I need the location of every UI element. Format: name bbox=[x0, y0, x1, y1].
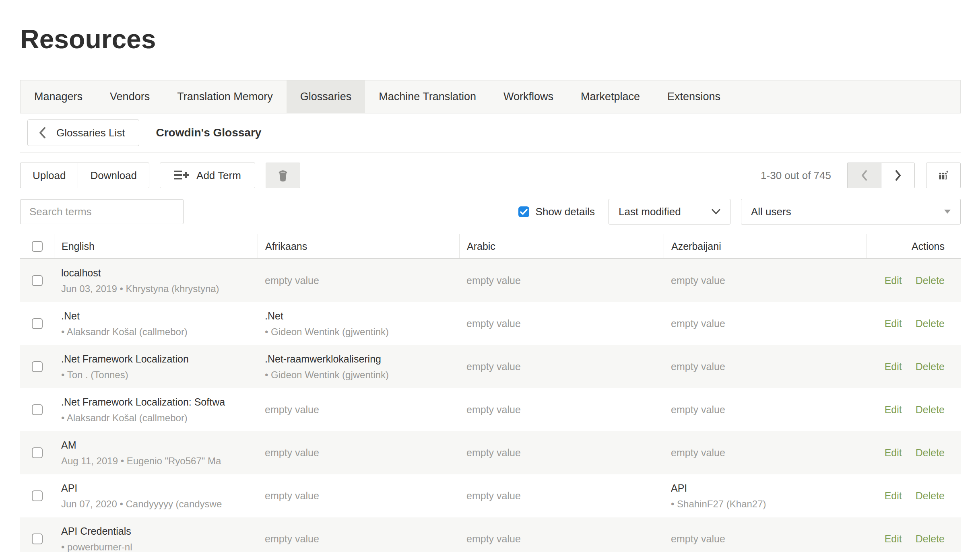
glossaries-list-button[interactable]: Glossaries List bbox=[27, 119, 139, 146]
term-detail: • Alaksandr Košal (callmebor) bbox=[61, 326, 254, 338]
empty-value-label: empty value bbox=[671, 361, 862, 373]
term-detail: Jun 03, 2019 • Khrystyna (khrystyna) bbox=[61, 283, 254, 295]
row-checkbox[interactable] bbox=[32, 318, 43, 329]
term-detail: Aug 11, 2019 • Eugenio "Ryo567" Ma bbox=[61, 455, 254, 467]
edit-link[interactable]: Edit bbox=[885, 404, 902, 416]
actions-cell: EditDelete bbox=[867, 302, 961, 345]
afrikaans-cell: empty value bbox=[258, 388, 459, 431]
delete-link[interactable]: Delete bbox=[916, 275, 945, 286]
tab-glossaries[interactable]: Glossaries bbox=[287, 80, 365, 113]
edit-link[interactable]: Edit bbox=[885, 275, 902, 286]
empty-value-label: empty value bbox=[671, 404, 862, 416]
row-checkbox[interactable] bbox=[32, 404, 43, 415]
header-select-cell bbox=[20, 234, 54, 258]
edit-link[interactable]: Edit bbox=[885, 447, 902, 459]
row-checkbox[interactable] bbox=[32, 361, 43, 372]
tab-workflows[interactable]: Workflows bbox=[490, 80, 567, 113]
delete-link[interactable]: Delete bbox=[916, 361, 945, 373]
tab-vendors[interactable]: Vendors bbox=[96, 80, 163, 113]
afrikaans-cell: empty value bbox=[258, 259, 459, 302]
delete-link[interactable]: Delete bbox=[916, 533, 945, 545]
term-text: .Net bbox=[265, 310, 455, 322]
term-text: .Net bbox=[61, 310, 254, 322]
term-text: localhost bbox=[61, 267, 254, 279]
row-checkbox[interactable] bbox=[32, 275, 43, 286]
english-cell: AMAug 11, 2019 • Eugenio "Ryo567" Ma bbox=[54, 431, 258, 474]
tab-marketplace[interactable]: Marketplace bbox=[567, 80, 654, 113]
row-checkbox[interactable] bbox=[32, 447, 43, 458]
term-text: .Net Framework Localization bbox=[61, 353, 254, 365]
columns-settings-button[interactable] bbox=[926, 163, 961, 188]
azerbaijani-cell: empty value bbox=[664, 388, 867, 431]
glossary-title: Crowdin's Glossary bbox=[156, 126, 262, 139]
empty-value-label: empty value bbox=[466, 404, 660, 416]
glossary-table: EnglishAfrikaansArabicAzerbaijaniActions… bbox=[20, 234, 961, 552]
azerbaijani-cell: empty value bbox=[664, 259, 867, 302]
show-details-label: Show details bbox=[536, 206, 595, 218]
delete-link[interactable]: Delete bbox=[916, 318, 945, 330]
delete-link[interactable]: Delete bbox=[916, 447, 945, 459]
add-term-button[interactable]: Add Term bbox=[160, 163, 255, 188]
english-cell: .Net Framework Localization: Softwa• Ala… bbox=[54, 388, 258, 431]
upload-label: Upload bbox=[33, 169, 66, 182]
afrikaans-cell: .Net• Gideon Wentink (gjwentink) bbox=[258, 302, 459, 345]
table-row: .Net Framework Localization: Softwa• Ala… bbox=[20, 388, 961, 431]
english-cell: .Net Framework Localization• Ton . (Tonn… bbox=[54, 345, 258, 388]
add-term-label: Add Term bbox=[196, 169, 241, 182]
empty-value-label: empty value bbox=[466, 447, 660, 459]
edit-link[interactable]: Edit bbox=[885, 318, 902, 330]
row-checkbox[interactable] bbox=[32, 490, 43, 501]
edit-link[interactable]: Edit bbox=[885, 533, 902, 545]
sort-select[interactable]: Last modified bbox=[609, 199, 730, 225]
resources-page: Resources ManagersVendorsTranslation Mem… bbox=[20, 21, 961, 552]
tab-extensions[interactable]: Extensions bbox=[654, 80, 734, 113]
row-select-cell bbox=[20, 388, 54, 431]
delete-link[interactable]: Delete bbox=[916, 490, 945, 502]
pagination-range: 1-30 out of 745 bbox=[761, 169, 831, 182]
table-row: AMAug 11, 2019 • Eugenio "Ryo567" Maempt… bbox=[20, 431, 961, 474]
azerbaijani-cell: empty value bbox=[664, 302, 867, 345]
users-filter-select[interactable]: All users bbox=[741, 199, 961, 225]
search-input[interactable] bbox=[20, 199, 184, 224]
arabic-cell: empty value bbox=[459, 302, 664, 345]
tab-machine-translation[interactable]: Machine Translation bbox=[365, 80, 490, 113]
show-details-checkbox[interactable] bbox=[518, 206, 529, 217]
actions-cell: EditDelete bbox=[867, 388, 961, 431]
azerbaijani-cell: empty value bbox=[664, 517, 867, 552]
next-page-button[interactable] bbox=[881, 163, 915, 188]
upload-button[interactable]: Upload bbox=[20, 163, 78, 188]
delete-selected-button[interactable] bbox=[266, 163, 300, 188]
row-checkbox[interactable] bbox=[32, 533, 43, 544]
azerbaijani-cell: API• ShahinF27 (Khan27) bbox=[664, 474, 867, 517]
download-button[interactable]: Download bbox=[78, 163, 149, 188]
row-select-cell bbox=[20, 431, 54, 474]
empty-value-label: empty value bbox=[466, 361, 660, 373]
prev-page-button[interactable] bbox=[847, 163, 881, 188]
empty-value-label: empty value bbox=[466, 533, 660, 545]
select-all-checkbox[interactable] bbox=[32, 241, 43, 252]
empty-value-label: empty value bbox=[671, 318, 862, 330]
glossary-header: Glossaries List Crowdin's Glossary bbox=[20, 113, 961, 152]
term-text: API Credentials bbox=[61, 525, 254, 537]
actions-cell: EditDelete bbox=[867, 517, 961, 552]
edit-link[interactable]: Edit bbox=[885, 490, 902, 502]
arabic-cell: empty value bbox=[459, 388, 664, 431]
empty-value-label: empty value bbox=[466, 318, 660, 330]
delete-link[interactable]: Delete bbox=[916, 404, 945, 416]
afrikaans-cell: empty value bbox=[258, 517, 459, 552]
empty-value-label: empty value bbox=[671, 533, 862, 545]
english-cell: .Net• Alaksandr Košal (callmebor) bbox=[54, 302, 258, 345]
edit-link[interactable]: Edit bbox=[885, 361, 902, 373]
table-row: localhostJun 03, 2019 • Khrystyna (khrys… bbox=[20, 259, 961, 302]
term-detail: • ShahinF27 (Khan27) bbox=[671, 498, 862, 510]
row-select-cell bbox=[20, 345, 54, 388]
empty-value-label: empty value bbox=[671, 447, 862, 459]
empty-value-label: empty value bbox=[265, 533, 455, 545]
actions-cell: EditDelete bbox=[867, 431, 961, 474]
term-text: AM bbox=[61, 439, 254, 451]
filter-bar: Show details Last modified All users bbox=[20, 199, 961, 225]
tab-translation-memory[interactable]: Translation Memory bbox=[163, 80, 287, 113]
tab-managers[interactable]: Managers bbox=[21, 80, 96, 113]
table-row: .Net Framework Localization• Ton . (Tonn… bbox=[20, 345, 961, 388]
empty-value-label: empty value bbox=[265, 490, 455, 502]
